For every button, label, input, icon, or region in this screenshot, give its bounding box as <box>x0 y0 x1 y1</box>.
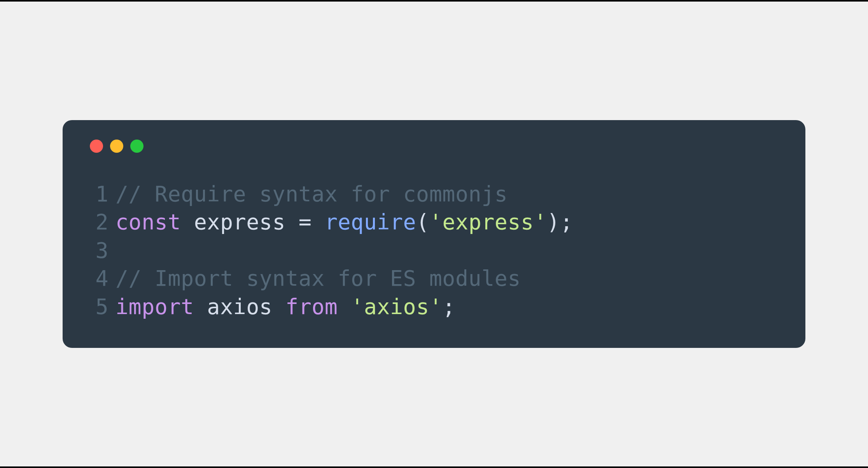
token-keyword: import <box>116 294 194 319</box>
token-punctuation: ; <box>442 294 455 319</box>
line-number: 2 <box>86 208 108 236</box>
token-comment: // Require syntax for commonjs <box>116 182 508 206</box>
line-code: import axios from 'axios'; <box>116 293 455 321</box>
code-content: 1// Require syntax for commonjs2const ex… <box>86 180 782 321</box>
code-line: 4// Import syntax for ES modules <box>86 264 782 293</box>
minimize-icon[interactable] <box>110 140 123 153</box>
line-code: // Require syntax for commonjs <box>116 180 508 208</box>
traffic-lights <box>90 140 782 153</box>
line-number: 4 <box>86 264 108 293</box>
code-line: 5import axios from 'axios'; <box>86 293 782 321</box>
code-line: 1// Require syntax for commonjs <box>86 180 782 208</box>
line-code: const express = require('express'); <box>116 208 573 236</box>
line-number: 3 <box>86 236 108 265</box>
token-keyword: const <box>116 210 181 234</box>
token-function: require <box>325 210 416 234</box>
token-punctuation: ; <box>560 210 573 234</box>
token-keyword: from <box>285 294 338 319</box>
line-number: 1 <box>86 180 108 208</box>
token-variable: axios <box>207 294 272 319</box>
token-punctuation: ( <box>416 210 429 234</box>
token-variable: express <box>194 210 285 234</box>
code-line: 3 <box>86 236 782 265</box>
token-operator: = <box>299 210 312 234</box>
close-icon[interactable] <box>90 140 103 153</box>
token-string: 'express' <box>429 210 547 234</box>
code-window: 1// Require syntax for commonjs2const ex… <box>63 120 805 348</box>
line-code: // Import syntax for ES modules <box>116 264 521 293</box>
token-string: 'axios' <box>351 294 442 319</box>
line-number: 5 <box>86 293 108 321</box>
token-punctuation: ) <box>547 210 560 234</box>
token-comment: // Import syntax for ES modules <box>116 266 521 291</box>
code-line: 2const express = require('express'); <box>86 208 782 236</box>
maximize-icon[interactable] <box>130 140 144 153</box>
